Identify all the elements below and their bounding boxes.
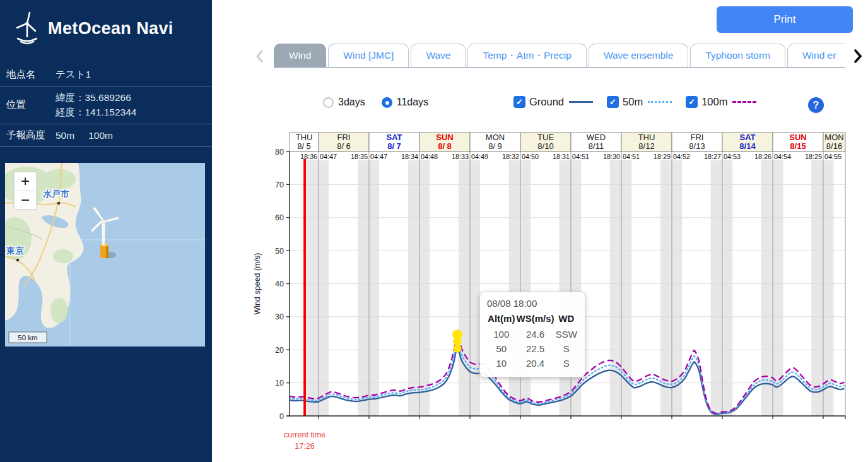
night-band (307, 160, 329, 416)
map-city-dot-tokyo (16, 259, 20, 262)
night-band (711, 160, 733, 416)
tooltip-table: Alt(m)WS(m/s)WD10024.6SSW5022.5S1020.4S (487, 313, 578, 370)
print-button[interactable]: Print (717, 6, 853, 33)
tab-wind-er[interactable]: Wind er (787, 44, 845, 67)
location-info: 地点名テスト1位置緯度：35.689266経度：141.152344予報高度50… (0, 63, 212, 147)
help-icon[interactable]: ? (808, 97, 824, 113)
map-zoom-out-button[interactable]: − (21, 191, 30, 208)
field-label: 予報高度 (6, 129, 56, 142)
sunrise-time: 04:47 (320, 153, 337, 160)
map-zoom-in-button[interactable]: + (21, 172, 30, 189)
sunrise-time: 04:54 (774, 153, 791, 160)
brand-logo: MetOcean Navi (13, 11, 173, 45)
y-tick-label: 40 (275, 280, 284, 288)
night-band (358, 160, 379, 416)
app-window: MetOcean Navi 地点名テスト1位置緯度：35.689266経度：14… (0, 0, 868, 462)
field-label: 地点名 (6, 68, 56, 81)
layer-toggle-100m[interactable]: ✓100m (686, 96, 756, 108)
day-date: 8/ 9 (488, 141, 502, 151)
selected-point-marker (454, 345, 462, 353)
chart-tooltip: 08/08 18:00 Alt(m)WS(m/s)WD10024.6SSW502… (479, 292, 585, 377)
tab-wind-jmc-[interactable]: Wind [JMC] (328, 44, 409, 67)
sunset-time: 18:25 (805, 153, 822, 160)
sunrise-time: 04:51 (572, 153, 589, 160)
map-zoom-control: + − (14, 172, 37, 210)
map-city-dot-mito (57, 202, 61, 205)
day-date: 8/11 (589, 141, 604, 151)
night-band (811, 160, 833, 416)
tooltip-header: WS(m/s) (515, 313, 554, 327)
layer-toggles: ✓Ground✓50m✓100m (513, 96, 756, 108)
sunrise-time: 04:53 (724, 153, 741, 160)
y-tick-label: 60 (275, 213, 284, 222)
sunrise-time: 04:47 (370, 153, 387, 160)
y-tick-label: 0 (279, 412, 284, 421)
night-band (408, 160, 430, 416)
night-band (660, 160, 683, 416)
tab-temp-atm-precip[interactable]: Temp・Atm・Precip (467, 44, 586, 67)
checkbox-icon[interactable]: ✓ (686, 96, 698, 108)
tooltip-row: 10024.6SSW (487, 327, 578, 341)
sunrise-time: 04:50 (522, 153, 539, 160)
day-date: 8/ 8 (438, 141, 452, 151)
line-style-sample (569, 101, 593, 103)
range-option-label: 3days (338, 97, 365, 108)
layer-label: 50m (623, 96, 643, 108)
tabs-next-icon[interactable] (852, 49, 864, 64)
y-tick-label: 10 (275, 379, 284, 388)
wind-speed-chart[interactable]: 0102030405060708018:3604:4718:3504:4718:… (246, 126, 868, 454)
sunset-time: 18:35 (351, 153, 368, 160)
radio-icon[interactable] (382, 97, 392, 108)
day-date: 8/10 (537, 141, 553, 151)
range-option-3days[interactable]: 3days (323, 97, 365, 108)
tooltip-header: Alt(m) (487, 313, 515, 327)
checkbox-icon[interactable]: ✓ (607, 96, 619, 108)
layer-toggle-50m[interactable]: ✓50m (607, 96, 672, 108)
wind-turbine-logo-icon (13, 11, 42, 45)
field-value: 緯度：35.689266経度：141.152344 (56, 91, 136, 119)
day-date: 8/15 (790, 141, 806, 151)
brand-name: MetOcean Navi (48, 19, 173, 38)
chart-tabs: WindWind [JMC]WaveTemp・Atm・PrecipWave en… (274, 44, 845, 68)
tab-wind[interactable]: Wind (274, 44, 326, 67)
sidebar: MetOcean Navi 地点名テスト1位置緯度：35.689266経度：14… (0, 0, 212, 462)
sunrise-time: 04:52 (673, 153, 690, 160)
tabs-prev-icon[interactable] (254, 49, 264, 63)
sidebar-field: 予報高度50m100m (0, 124, 212, 147)
night-band (610, 160, 632, 416)
layer-toggle-ground[interactable]: ✓Ground (513, 96, 593, 108)
day-date: 8/13 (689, 141, 705, 151)
tab-wave[interactable]: Wave (411, 44, 466, 67)
layer-label: 100m (701, 96, 727, 108)
checkbox-icon[interactable]: ✓ (513, 96, 525, 108)
radio-icon[interactable] (323, 97, 334, 108)
tooltip-row: 1020.4S (487, 356, 578, 370)
sunset-time: 18:26 (754, 153, 771, 160)
day-date: 8/16 (826, 141, 842, 151)
map-scale-label: 50 km (18, 334, 37, 341)
y-tick-label: 80 (275, 148, 284, 157)
sunset-time: 18:34 (401, 153, 418, 160)
tab-wave-ensemble[interactable]: Wave ensemble (589, 44, 689, 67)
layer-label: Ground (529, 96, 564, 108)
night-band (560, 160, 581, 416)
map-label-tokyo: 東京 (6, 246, 24, 256)
sunset-time: 18:33 (452, 153, 469, 160)
day-date: 8/ 5 (297, 141, 311, 151)
tooltip-header: WD (555, 313, 578, 327)
tab-typhoon-storm[interactable]: Typhoon storm (690, 44, 785, 67)
sunset-time: 18:32 (502, 153, 519, 160)
location-map[interactable]: 水戸市 東京 (5, 163, 205, 346)
sunset-time: 18:31 (553, 153, 570, 160)
y-tick-label: 70 (275, 181, 284, 189)
range-selector: 3days11days (323, 97, 428, 108)
sunset-time: 18:27 (704, 153, 721, 160)
current-time-label: current time 17:26 (273, 430, 336, 452)
tooltip-row: 5022.5S (487, 341, 578, 356)
y-tick-label: 30 (275, 312, 284, 321)
day-date: 8/ 6 (337, 141, 351, 151)
y-tick-label: 20 (275, 346, 284, 355)
night-band (509, 160, 531, 416)
range-option-11days[interactable]: 11days (382, 97, 428, 108)
day-date: 8/ 7 (387, 141, 401, 151)
